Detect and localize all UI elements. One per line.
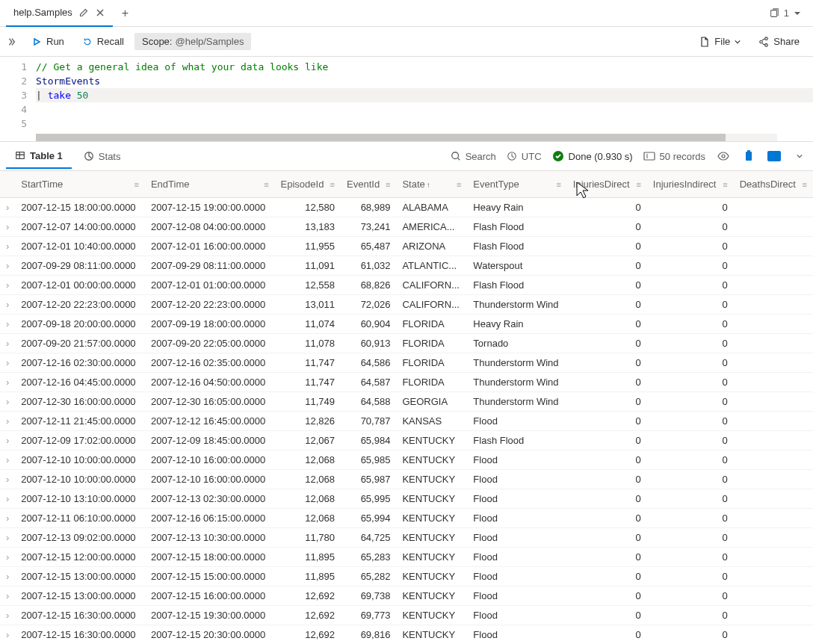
add-tab-button[interactable]: +: [122, 7, 129, 20]
table-row[interactable]: ›2007-12-15 12:00:00.00002007-12-15 18:0…: [0, 548, 813, 567]
copy-button[interactable]: [741, 149, 756, 164]
stats-tab[interactable]: Stats: [75, 145, 130, 168]
chevrons-icon[interactable]: [6, 37, 16, 47]
column-menu-icon[interactable]: ≡: [135, 180, 139, 189]
column-menu-icon[interactable]: ≡: [556, 180, 560, 189]
query-tab[interactable]: help.Samples: [6, 0, 113, 27]
table-row[interactable]: ›2007-12-15 13:00:00.00002007-12-15 15:0…: [0, 567, 813, 586]
table-row[interactable]: ›2007-12-15 16:30:00.00002007-12-15 19:3…: [0, 606, 813, 625]
svg-rect-6: [644, 152, 655, 160]
table-row[interactable]: ›2007-12-09 17:02:00.00002007-12-09 18:4…: [0, 431, 813, 451]
editor-hscroll[interactable]: [36, 134, 777, 141]
play-icon: [31, 37, 42, 47]
column-menu-icon[interactable]: ≡: [636, 180, 640, 189]
expand-row-icon[interactable]: ›: [0, 586, 15, 606]
expand-row-icon[interactable]: ›: [0, 548, 15, 567]
table-row[interactable]: ›2007-12-10 13:10:00.00002007-12-13 02:3…: [0, 489, 813, 509]
column-EpisodeId[interactable]: EpisodeId≡: [275, 171, 341, 198]
expand-row-icon[interactable]: ›: [0, 373, 15, 392]
expand-row-icon[interactable]: ›: [0, 567, 15, 586]
scope-selector[interactable]: Scope: @help/Samples: [135, 33, 251, 50]
table-row[interactable]: ›2007-12-15 16:30:00.00002007-12-15 20:3…: [0, 625, 813, 645]
column-menu-icon[interactable]: ≡: [330, 180, 335, 189]
expand-row-icon[interactable]: ›: [0, 353, 15, 373]
tab-count[interactable]: 1: [769, 7, 801, 19]
results-tabs: Table 1 Stats Search UTC Done (0.930 s) …: [0, 141, 813, 171]
file-menu[interactable]: File: [692, 31, 748, 52]
expand-row-icon[interactable]: ›: [0, 489, 15, 509]
svg-rect-0: [770, 10, 776, 16]
table-tab[interactable]: Table 1: [6, 144, 72, 169]
column-menu-icon[interactable]: ≡: [803, 180, 807, 189]
table-row[interactable]: ›2007-12-01 10:40:00.00002007-12-01 16:0…: [0, 237, 813, 256]
expand-row-icon[interactable]: ›: [0, 625, 15, 645]
share-button[interactable]: Share: [751, 31, 807, 52]
table-row[interactable]: ›2007-12-20 22:23:00.00002007-12-20 22:2…: [0, 295, 813, 315]
table-row[interactable]: ›2007-12-15 13:00:00.00002007-12-15 16:0…: [0, 586, 813, 606]
results-table-wrap[interactable]: StartTime≡EndTime≡EpisodeId≡EventId≡Stat…: [0, 171, 813, 644]
column-menu-icon[interactable]: ≡: [386, 180, 390, 189]
expand-row-icon[interactable]: ›: [0, 606, 15, 625]
editor-code[interactable]: // Get a general idea of what your data …: [36, 60, 813, 131]
table-row[interactable]: ›2007-12-07 14:00:00.00002007-12-08 04:0…: [0, 217, 813, 237]
expand-row-icon[interactable]: ›: [0, 528, 15, 548]
table-icon: [15, 150, 25, 161]
column-InjuriesIndirect[interactable]: InjuriesIndirect≡: [647, 171, 734, 198]
table-row[interactable]: ›2007-09-29 08:11:00.00002007-09-29 08:1…: [0, 256, 813, 276]
more-options[interactable]: [792, 149, 807, 164]
expand-row-icon[interactable]: ›: [0, 392, 15, 412]
column-InjuriesDirect[interactable]: InjuriesDirect≡: [567, 171, 647, 198]
check-icon: [552, 150, 564, 162]
column-DeathsDirect[interactable]: DeathsDirect≡: [734, 171, 813, 198]
expand-row-icon[interactable]: ›: [0, 217, 15, 237]
expand-row-icon[interactable]: ›: [0, 256, 15, 276]
column-State[interactable]: State↑≡: [396, 171, 467, 198]
expand-row-icon[interactable]: ›: [0, 334, 15, 353]
table-row[interactable]: ›2007-12-16 02:30:00.00002007-12-16 02:3…: [0, 353, 813, 373]
expand-row-icon[interactable]: ›: [0, 431, 15, 451]
column-StartTime[interactable]: StartTime≡: [15, 171, 145, 198]
recall-button[interactable]: Recall: [75, 31, 132, 52]
toolbar: Run Recall Scope: @help/Samples File Sha…: [0, 27, 813, 57]
expand-row-icon[interactable]: ›: [0, 295, 15, 315]
tab-bar: help.Samples + 1: [0, 0, 813, 27]
close-icon[interactable]: [95, 7, 105, 18]
table-row[interactable]: ›2007-12-30 16:00:00.00002007-12-30 16:0…: [0, 392, 813, 412]
column-menu-icon[interactable]: ≡: [264, 180, 268, 189]
table-row[interactable]: ›2007-12-13 09:02:00.00002007-12-13 10:3…: [0, 528, 813, 548]
expand-row-icon[interactable]: ›: [0, 509, 15, 528]
expand-row-icon[interactable]: ›: [0, 315, 15, 334]
column-EventId[interactable]: EventId≡: [341, 171, 396, 198]
table-row[interactable]: ›2007-09-18 20:00:00.00002007-09-19 18:0…: [0, 315, 813, 334]
table-row[interactable]: ›2007-12-01 00:00:00.00002007-12-01 01:0…: [0, 276, 813, 295]
table-row[interactable]: ›2007-12-10 10:00:00.00002007-12-10 16:0…: [0, 470, 813, 489]
column-EventType[interactable]: EventType≡: [467, 171, 567, 198]
table-row[interactable]: ›2007-12-11 21:45:00.00002007-12-12 16:4…: [0, 412, 813, 431]
timezone-toggle[interactable]: UTC: [507, 151, 542, 162]
column-EndTime[interactable]: EndTime≡: [145, 171, 275, 198]
table-row[interactable]: ›2007-12-10 10:00:00.00002007-12-10 16:0…: [0, 451, 813, 470]
search-button[interactable]: Search: [451, 151, 496, 162]
column-menu-icon[interactable]: ≡: [457, 180, 461, 189]
svg-rect-9: [747, 150, 750, 152]
expand-row-icon[interactable]: ›: [0, 470, 15, 489]
table-row[interactable]: ›2007-12-15 18:00:00.00002007-12-15 19:0…: [0, 198, 813, 217]
expand-row-icon[interactable]: ›: [0, 237, 15, 256]
color-button[interactable]: [767, 149, 782, 164]
run-button[interactable]: Run: [24, 31, 72, 52]
table-row[interactable]: ›2007-12-11 06:10:00.00002007-12-16 06:1…: [0, 509, 813, 528]
column-menu-icon[interactable]: ≡: [723, 180, 727, 189]
hide-empty-button[interactable]: [716, 149, 731, 164]
expand-row-icon[interactable]: ›: [0, 451, 15, 470]
table-row[interactable]: ›2007-09-20 21:57:00.00002007-09-20 22:0…: [0, 334, 813, 353]
query-editor[interactable]: 12345 // Get a general idea of what your…: [0, 57, 813, 134]
expand-row-icon[interactable]: ›: [0, 412, 15, 431]
copy-icon: [769, 8, 779, 19]
table-row[interactable]: ›2007-12-16 04:45:00.00002007-12-16 04:5…: [0, 373, 813, 392]
expand-row-icon[interactable]: ›: [0, 198, 15, 217]
svg-rect-1: [16, 152, 25, 159]
edit-icon[interactable]: [78, 7, 89, 18]
expand-row-icon[interactable]: ›: [0, 276, 15, 295]
chevron-down-icon: [735, 39, 741, 45]
svg-point-7: [722, 155, 725, 158]
